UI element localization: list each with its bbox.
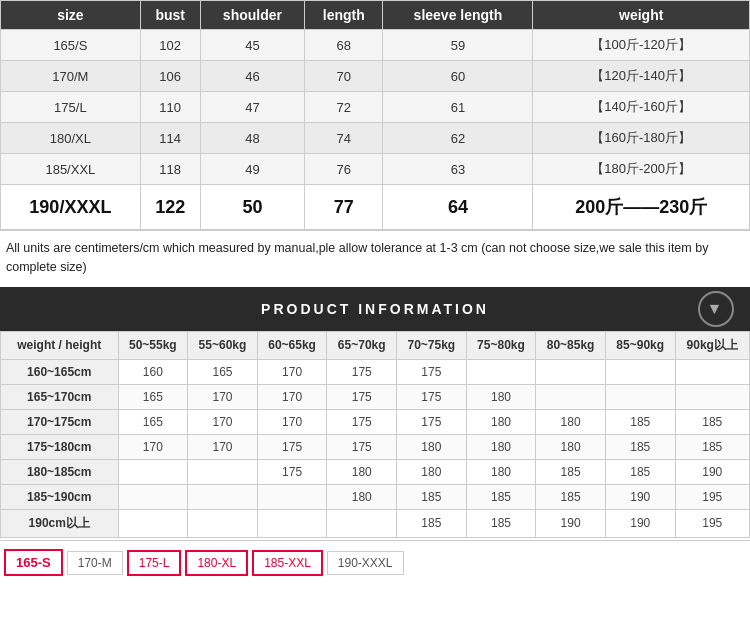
size-table-row: 170/M106467060【120斤-140斤】 xyxy=(1,61,750,92)
wh-table-row: 180~185cm175180180180185185190 xyxy=(1,459,750,484)
size-table-header-row: sizebustshoulderlengthsleeve lengthweigh… xyxy=(1,1,750,30)
wh-table-row: 185~190cm180185185185190195 xyxy=(1,484,750,509)
wh-table-header-cell: 80~85kg xyxy=(536,331,606,359)
size-button[interactable]: 190-XXXL xyxy=(327,551,404,575)
size-button[interactable]: 170-M xyxy=(67,551,123,575)
wh-table-header-cell: 55~60kg xyxy=(188,331,258,359)
size-table-header-cell: bust xyxy=(140,1,200,30)
size-button[interactable]: 185-XXL xyxy=(252,550,323,576)
wh-table-header-cell: 75~80kg xyxy=(466,331,536,359)
wh-table-header-cell: weight / height xyxy=(1,331,119,359)
size-table-header-cell: sleeve length xyxy=(383,1,533,30)
disclaimer-text: All units are centimeters/cm which measu… xyxy=(0,230,750,287)
product-info-banner: PRODUCT INFORMATION ▼ xyxy=(0,287,750,331)
wh-table-header-cell: 65~70kg xyxy=(327,331,397,359)
size-table: sizebustshoulderlengthsleeve lengthweigh… xyxy=(0,0,750,230)
wh-table-section: weight / height50~55kg55~60kg60~65kg65~7… xyxy=(0,331,750,540)
wh-table-header-cell: 85~90kg xyxy=(605,331,675,359)
size-table-header-cell: size xyxy=(1,1,141,30)
wh-table-header-cell: 50~55kg xyxy=(118,331,188,359)
wh-table-row: 165~170cm165170170175175180 xyxy=(1,384,750,409)
size-table-section: sizebustshoulderlengthsleeve lengthweigh… xyxy=(0,0,750,287)
wh-table-row: 175~180cm170170175175180180180185185 xyxy=(1,434,750,459)
size-table-header-cell: length xyxy=(305,1,383,30)
size-button[interactable]: 165-S xyxy=(4,549,63,576)
size-table-header-cell: weight xyxy=(533,1,750,30)
size-table-row: 175/L110477261【140斤-160斤】 xyxy=(1,92,750,123)
product-info-title: PRODUCT INFORMATION xyxy=(261,301,489,317)
size-button[interactable]: 175-L xyxy=(127,550,182,576)
wh-table: weight / height50~55kg55~60kg60~65kg65~7… xyxy=(0,331,750,538)
wh-table-row: 190cm以上185185190190195 xyxy=(1,509,750,537)
size-table-row: 165/S102456859【100斤-120斤】 xyxy=(1,30,750,61)
wh-table-row: 160~165cm160165170175175 xyxy=(1,359,750,384)
wh-table-header-cell: 90kg以上 xyxy=(675,331,749,359)
wh-table-header-cell: 60~65kg xyxy=(257,331,327,359)
size-selector-row: 165-S170-M175-L180-XL185-XXL190-XXXL xyxy=(0,540,750,584)
wh-table-header-cell: 70~75kg xyxy=(397,331,467,359)
size-table-header-cell: shoulder xyxy=(200,1,305,30)
wh-table-row: 170~175cm165170170175175180180185185 xyxy=(1,409,750,434)
size-table-row: 190/XXXL122507764200斤——230斤 xyxy=(1,185,750,230)
badge-icon: ▼ xyxy=(698,291,734,327)
size-table-row: 180/XL114487462【160斤-180斤】 xyxy=(1,123,750,154)
wh-table-header-row: weight / height50~55kg55~60kg60~65kg65~7… xyxy=(1,331,750,359)
size-button[interactable]: 180-XL xyxy=(185,550,248,576)
size-table-row: 185/XXL118497663【180斤-200斤】 xyxy=(1,154,750,185)
